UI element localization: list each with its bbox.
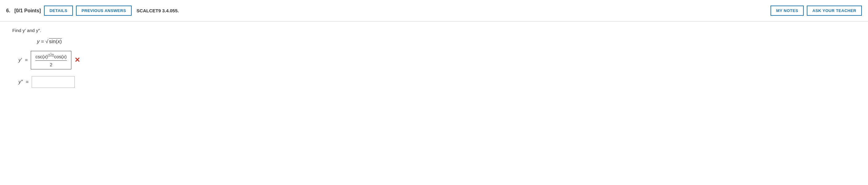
y-double-prime-row: y″ = — [19, 76, 856, 88]
question-header: 6. [0/1 Points] DETAILS PREVIOUS ANSWERS… — [0, 0, 868, 22]
instruction-text: Find y′ and y″. — [12, 28, 856, 33]
question-number: 6. [0/1 Points] — [6, 8, 41, 14]
given-equation: y = √sin(x) — [37, 38, 856, 45]
equals-sign-2: = — [26, 79, 29, 85]
y-double-prime-input[interactable] — [32, 76, 75, 88]
y-prime-label: y′ — [19, 57, 22, 63]
problem-id: SCALCET9 3.4.055. — [136, 8, 179, 13]
numerator: csc(x)(1/2)cos(x) — [35, 53, 66, 61]
y-double-prime-label: y″ — [19, 79, 23, 85]
problem-content: Find y′ and y″. y = √sin(x) y′ = csc(x)(… — [0, 22, 868, 97]
wrong-mark: ✕ — [74, 56, 80, 64]
header-left: 6. [0/1 Points] DETAILS PREVIOUS ANSWERS… — [6, 5, 771, 16]
details-button[interactable]: DETAILS — [44, 5, 73, 16]
my-notes-button[interactable]: MY NOTES — [771, 5, 804, 16]
previous-answers-button[interactable]: PREVIOUS ANSWERS — [76, 5, 132, 16]
header-right: MY NOTES ASK YOUR TEACHER — [771, 5, 862, 16]
equals-sign: = — [25, 57, 28, 63]
denominator: 2 — [50, 61, 52, 67]
y-prime-row: y′ = csc(x)(1/2)cos(x) 2 ✕ — [19, 51, 856, 70]
y-prime-answer-box: csc(x)(1/2)cos(x) 2 — [31, 51, 71, 70]
ask-teacher-button[interactable]: ASK YOUR TEACHER — [807, 5, 862, 16]
